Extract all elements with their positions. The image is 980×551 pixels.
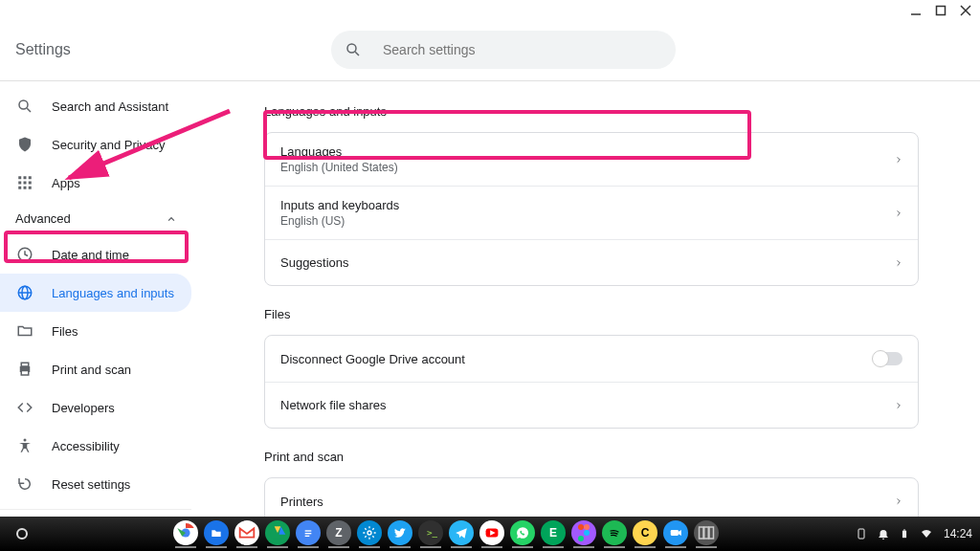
svg-rect-22	[21, 363, 29, 366]
svg-point-46	[578, 536, 584, 541]
accessibility-icon	[15, 436, 34, 455]
svg-point-44	[578, 530, 584, 536]
sidebar-item-files[interactable]: Files	[0, 312, 191, 350]
chevron-right-icon	[895, 496, 902, 507]
toggle-disconnect-drive[interactable]	[874, 352, 902, 365]
sidebar-item-label: Languages and inputs	[52, 286, 174, 300]
system-tray[interactable]: 14:24	[856, 526, 972, 541]
shelf-app-letter[interactable]: Z	[326, 520, 351, 545]
battery-icon	[900, 526, 909, 541]
reset-icon	[15, 474, 34, 494]
shelf-app-whatsapp[interactable]	[510, 520, 535, 545]
shelf-app-gmail[interactable]	[234, 520, 259, 545]
svg-rect-36	[305, 535, 310, 536]
search-input[interactable]	[381, 41, 662, 58]
shelf-app-spotify[interactable]	[602, 520, 627, 545]
sidebar-advanced-toggle[interactable]: Advanced	[0, 202, 191, 235]
chevron-up-icon	[167, 214, 176, 224]
svg-rect-52	[709, 527, 714, 539]
sidebar-item-label: Files	[52, 324, 78, 339]
search-bar[interactable]	[331, 31, 676, 69]
sidebar-item-security-privacy[interactable]: Security and Privacy	[0, 125, 191, 164]
chevron-right-icon	[895, 154, 902, 165]
clock-time: 14:24	[944, 527, 972, 540]
row-printers[interactable]: Printers	[265, 478, 918, 518]
sidebar-item-label: Reset settings	[52, 477, 130, 492]
sidebar-item-print-scan[interactable]: Print and scan	[0, 350, 191, 388]
search-icon	[15, 97, 34, 116]
globe-icon	[15, 283, 34, 302]
shelf-app-chrome[interactable]	[173, 520, 198, 545]
advanced-label: Advanced	[15, 211, 71, 226]
row-suggestions[interactable]: Suggestions	[265, 239, 918, 285]
shelf-app-letter[interactable]: E	[541, 520, 566, 545]
shelf-app-terminal[interactable]: >_	[418, 520, 443, 545]
shield-icon	[15, 135, 34, 154]
sidebar-item-label: Search and Assistant	[52, 99, 168, 114]
sidebar-item-date-time[interactable]: Date and time	[0, 235, 191, 274]
svg-rect-48	[671, 530, 679, 536]
close-button[interactable]	[959, 4, 972, 17]
svg-rect-8	[18, 176, 21, 179]
svg-point-24	[24, 439, 27, 442]
shelf-app-figma[interactable]	[571, 520, 596, 545]
svg-rect-23	[21, 371, 29, 376]
sidebar-item-label: Print and scan	[52, 363, 131, 377]
launcher-button[interactable]	[8, 528, 36, 540]
svg-rect-55	[903, 529, 905, 530]
shelf-app-docs[interactable]	[296, 520, 321, 545]
shelf-app-gear[interactable]	[357, 520, 382, 545]
svg-rect-1	[937, 7, 946, 15]
apps-icon	[15, 173, 34, 192]
card-files: Disconnect Google Drive account Network …	[264, 335, 919, 429]
svg-point-4	[347, 44, 356, 53]
phone-icon	[856, 526, 867, 541]
chevron-right-icon	[895, 400, 902, 411]
shelf-app-drive[interactable]	[265, 520, 290, 545]
sidebar-item-accessibility[interactable]: Accessibility	[0, 427, 191, 465]
sidebar: Search and Assistant Security and Privac…	[0, 81, 191, 518]
svg-line-7	[27, 108, 31, 112]
chevron-right-icon	[895, 208, 902, 219]
svg-point-42	[578, 524, 584, 530]
sidebar-item-developers[interactable]: Developers	[0, 388, 191, 427]
code-icon	[15, 398, 34, 417]
maximize-button[interactable]	[934, 4, 947, 17]
wifi-icon	[919, 528, 934, 540]
shelf-app-files[interactable]	[204, 520, 229, 545]
chevron-right-icon	[895, 257, 902, 269]
row-languages[interactable]: Languages English (United States)	[265, 133, 918, 186]
row-inputs-keyboards[interactable]: Inputs and keyboards English (US)	[265, 186, 918, 239]
sidebar-item-apps[interactable]: Apps	[0, 164, 191, 202]
shelf-apps: Z>_EC	[36, 520, 856, 548]
svg-text:>_: >_	[427, 526, 437, 537]
header: Settings	[0, 19, 980, 80]
svg-point-6	[19, 100, 28, 109]
card-print-scan: Printers Print jobs View and manage prin…	[264, 477, 919, 518]
svg-point-37	[368, 531, 371, 535]
sidebar-item-label: Date and time	[52, 248, 129, 262]
sidebar-item-reset-settings[interactable]: Reset settings	[0, 465, 191, 503]
sidebar-item-label: Accessibility	[52, 439, 120, 453]
sidebar-item-search-assistant[interactable]: Search and Assistant	[0, 87, 191, 125]
row-label: Suggestions	[280, 255, 349, 270]
shelf-app-stack[interactable]	[694, 520, 719, 545]
svg-rect-50	[699, 527, 703, 539]
svg-point-43	[584, 524, 590, 530]
sidebar-item-languages-inputs[interactable]: Languages and inputs	[0, 274, 191, 312]
shelf-app-camera[interactable]	[663, 520, 688, 545]
card-languages: Languages English (United States) Inputs…	[264, 132, 919, 286]
shelf-app-youtube[interactable]	[479, 520, 504, 545]
svg-line-5	[355, 52, 359, 55]
shelf-app-letter[interactable]: C	[633, 520, 657, 545]
row-disconnect-drive[interactable]: Disconnect Google Drive account	[265, 336, 918, 382]
svg-marker-49	[679, 530, 681, 536]
minimize-button[interactable]	[909, 4, 923, 17]
svg-rect-34	[305, 530, 312, 531]
content[interactable]: Languages and inputs Languages English (…	[191, 81, 980, 518]
row-label: Disconnect Google Drive account	[280, 352, 465, 366]
shelf-app-twitter[interactable]	[388, 520, 412, 545]
row-network-file-shares[interactable]: Network file shares	[265, 382, 918, 428]
shelf-app-telegram[interactable]	[449, 520, 474, 545]
svg-rect-12	[24, 182, 27, 185]
